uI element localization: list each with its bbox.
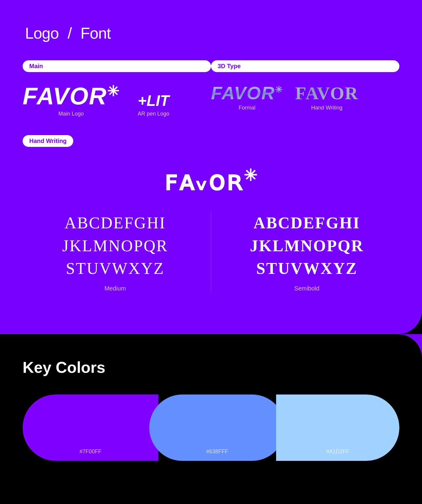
alphabet-medium-text: ABCDEFGHI JKLMNOPQR STUVWXYZ xyxy=(29,212,202,280)
ar-pen-logo-label: AR pen Logo xyxy=(138,111,169,117)
swatch-blue: #638FFF xyxy=(149,395,285,461)
main-badge: Main xyxy=(23,60,211,72)
section-title: Logo / Font xyxy=(23,24,399,42)
3d-logos-inner: FAVOR✳ Formal FAVOR Hand Writing xyxy=(211,84,399,111)
title-font: Font xyxy=(80,24,111,42)
main-logo-label: Main Logo xyxy=(58,111,84,117)
key-colors-section: Key Colors #7F00FF #638FFF #A1D2FF xyxy=(0,334,422,461)
top-logos-row: Main FAVOR✳ Main Logo +LIT AR pen Logo xyxy=(23,60,399,120)
main-logo-area: FAVOR✳ Main Logo +LIT AR pen Logo xyxy=(23,84,211,117)
swatch-purple: #7F00FF xyxy=(23,395,158,461)
logo-font-section: Logo / Font Main FAVOR✳ Main Logo xyxy=(0,0,422,334)
handwriting-badge: Hand Writing xyxy=(23,135,73,147)
favor-hw-big-logo: ꜰᴀᵥᴏʀ✳ xyxy=(23,165,399,197)
favor-main-logo: FAVOR✳ xyxy=(23,84,120,108)
3d-type-group: 3D Type FAVOR✳ Formal FAVOR Hand Writing xyxy=(211,60,399,111)
hw-3d-logo: FAVOR xyxy=(295,84,358,102)
handwriting-section: Hand Writing ꜰᴀᵥᴏʀ✳ ABCDEFGHI JKLMNOPQR … xyxy=(23,135,399,292)
swatch-light-blue-label: #A1D2FF xyxy=(326,449,349,455)
formal-3d-logo-item: FAVOR✳ Formal xyxy=(211,84,283,111)
formal-3d-logo: FAVOR✳ xyxy=(211,84,283,102)
main-logo-item: FAVOR✳ Main Logo xyxy=(23,84,120,117)
semibold-label: Semibold xyxy=(220,285,393,292)
color-swatches: #7F00FF #638FFF #A1D2FF xyxy=(23,395,399,461)
title-logo: Logo xyxy=(25,24,59,42)
hw-3d-label: Hand Writing xyxy=(311,105,342,111)
swatch-light-blue: #A1D2FF xyxy=(276,395,399,461)
main-logo-group: Main FAVOR✳ Main Logo +LIT AR pen Logo xyxy=(23,60,211,120)
alphabet-row: ABCDEFGHI JKLMNOPQR STUVWXYZ Medium ABCD… xyxy=(23,212,399,292)
medium-label: Medium xyxy=(29,285,202,292)
alphabet-semibold-block: ABCDEFGHI JKLMNOPQR STUVWXYZ Semibold xyxy=(214,212,399,292)
ar-pen-logo: +LIT xyxy=(138,93,169,108)
swatch-blue-label: #638FFF xyxy=(206,449,228,455)
alphabet-medium-block: ABCDEFGHI JKLMNOPQR STUVWXYZ Medium xyxy=(23,212,208,292)
key-colors-title: Key Colors xyxy=(23,358,399,376)
formal-3d-label: Formal xyxy=(239,105,256,111)
3d-badge: 3D Type xyxy=(211,60,399,72)
hw-3d-logo-item: FAVOR Hand Writing xyxy=(295,84,358,111)
alphabet-divider xyxy=(211,212,211,292)
title-separator: / xyxy=(68,24,71,42)
ar-pen-logo-item: +LIT AR pen Logo xyxy=(138,93,169,117)
alphabet-semibold-text: ABCDEFGHI JKLMNOPQR STUVWXYZ xyxy=(220,212,393,280)
swatch-purple-label: #7F00FF xyxy=(80,449,102,455)
